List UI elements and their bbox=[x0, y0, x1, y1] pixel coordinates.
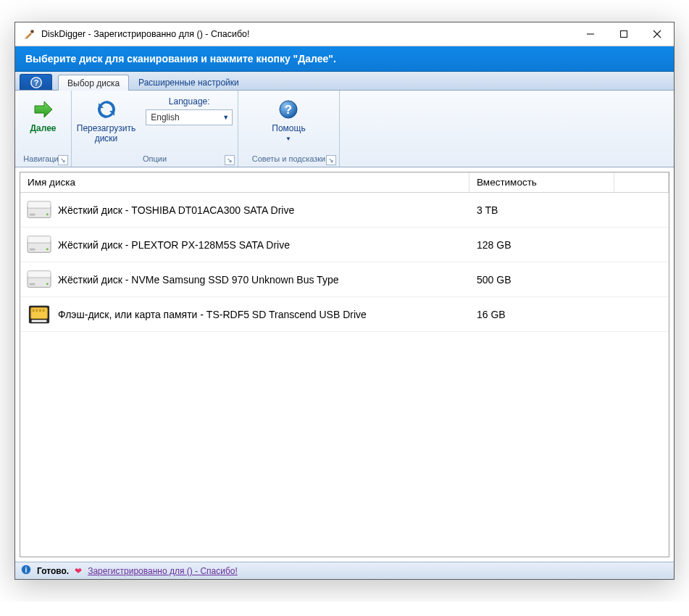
help-button-label: Помощь bbox=[272, 124, 305, 134]
app-icon bbox=[22, 28, 36, 41]
disk-name: Флэш-диск, или карта памяти - TS-RDF5 SD… bbox=[58, 309, 469, 320]
chevron-down-icon: ▼ bbox=[285, 136, 292, 142]
language-select[interactable]: English ▼ bbox=[146, 109, 233, 125]
titlebar: DiskDigger - Зарегистрированно для () - … bbox=[15, 22, 674, 46]
table-row[interactable]: Жёсткий диск - TOSHIBA DT01ACA300 SATA D… bbox=[20, 193, 669, 228]
language-label: Language: bbox=[146, 96, 233, 107]
chevron-down-icon: ▼ bbox=[222, 114, 229, 121]
ribbon-group-label: Опции bbox=[76, 152, 233, 165]
svg-text:i: i bbox=[25, 566, 28, 574]
tab-label: Выбор диска bbox=[67, 78, 120, 88]
next-button[interactable]: Далее bbox=[27, 95, 59, 136]
disk-capacity: 16 GB bbox=[469, 309, 614, 320]
arrow-right-icon bbox=[30, 96, 56, 122]
disk-grid: Имя диска Вместимость Жёсткий диск - TOS… bbox=[20, 172, 669, 557]
ribbon-group-label: Советы и подсказки bbox=[243, 152, 335, 165]
flash-drive-icon bbox=[20, 303, 58, 326]
table-row[interactable]: Жёсткий диск - NVMe Samsung SSD 970 Unkn… bbox=[20, 262, 669, 297]
file-tab[interactable]: ? bbox=[20, 74, 52, 90]
dialog-launcher-icon[interactable]: ↘ bbox=[58, 155, 68, 165]
disk-name: Жёсткий диск - TOSHIBA DT01ACA300 SATA D… bbox=[58, 204, 469, 216]
reload-disks-button[interactable]: Перезагрузить диски bbox=[74, 95, 138, 146]
language-value: English bbox=[151, 112, 179, 122]
column-header-capacity[interactable]: Вместимость bbox=[469, 172, 614, 192]
maximize-button[interactable] bbox=[607, 22, 640, 46]
disk-name: Жёсткий диск - NVMe Samsung SSD 970 Unkn… bbox=[58, 274, 469, 286]
help-button[interactable]: ? Помощь ▼ bbox=[269, 95, 308, 143]
statusbar: i Готово. ❤ Зарегистрированно для () - С… bbox=[15, 562, 674, 579]
hard-drive-icon bbox=[20, 199, 58, 222]
window-controls bbox=[574, 22, 674, 46]
next-button-label: Далее bbox=[30, 124, 56, 134]
instruction-bar: Выберите диск для сканирования и нажмите… bbox=[15, 46, 674, 72]
window-title: DiskDigger - Зарегистрированно для () - … bbox=[41, 29, 574, 39]
disk-capacity: 128 GB bbox=[469, 239, 614, 251]
ribbon-tabstrip: ? Выбор диска Расширенные настройки bbox=[15, 72, 674, 91]
column-header-spare bbox=[614, 172, 669, 192]
table-row[interactable]: Флэш-диск, или карта памяти - TS-RDF5 SD… bbox=[20, 297, 669, 332]
refresh-icon bbox=[93, 96, 120, 122]
svg-text:?: ? bbox=[33, 78, 38, 87]
column-header-name[interactable]: Имя диска bbox=[20, 172, 469, 192]
disk-capacity: 500 GB bbox=[469, 274, 614, 286]
info-icon: i bbox=[21, 565, 31, 577]
grid-header: Имя диска Вместимость bbox=[20, 172, 669, 193]
disk-capacity: 3 TB bbox=[469, 204, 614, 216]
content-area: Имя диска Вместимость Жёсткий диск - TOS… bbox=[15, 167, 674, 562]
svg-point-0 bbox=[30, 30, 33, 33]
tab-select-disk[interactable]: Выбор диска bbox=[58, 75, 129, 91]
grid-rows: Жёсткий диск - TOSHIBA DT01ACA300 SATA D… bbox=[20, 193, 669, 557]
status-ready: Готово. bbox=[37, 566, 69, 576]
svg-text:?: ? bbox=[285, 103, 292, 117]
tab-advanced-settings[interactable]: Расширенные настройки bbox=[129, 74, 249, 90]
minimize-button[interactable] bbox=[574, 22, 607, 46]
ribbon-group-tips: ? Помощь ▼ Советы и подсказки ↘ bbox=[238, 91, 340, 167]
tab-label: Расширенные настройки bbox=[138, 78, 239, 88]
ribbon-group-options: Перезагрузить диски Language: English ▼ … bbox=[72, 91, 238, 167]
app-window: DiskDigger - Зарегистрированно для () - … bbox=[14, 22, 675, 580]
ribbon-group-navigation: Далее Навигация ↘ bbox=[15, 91, 72, 167]
registration-link[interactable]: Зарегистрированно для () - Спасибо! bbox=[88, 566, 238, 576]
dialog-launcher-icon[interactable]: ↘ bbox=[225, 155, 235, 165]
hard-drive-icon bbox=[20, 268, 58, 291]
disk-name: Жёсткий диск - PLEXTOR PX-128M5S SATA Dr… bbox=[58, 239, 469, 251]
heart-icon: ❤ bbox=[75, 566, 82, 576]
close-button[interactable] bbox=[640, 22, 674, 46]
dialog-launcher-icon[interactable]: ↘ bbox=[326, 155, 336, 165]
hard-drive-icon bbox=[20, 233, 58, 257]
svg-rect-2 bbox=[621, 31, 627, 38]
table-row[interactable]: Жёсткий диск - PLEXTOR PX-128M5S SATA Dr… bbox=[20, 228, 669, 262]
reload-disks-label: Перезагрузить диски bbox=[77, 124, 135, 144]
ribbon: Далее Навигация ↘ bbox=[15, 91, 674, 167]
help-icon: ? bbox=[275, 96, 301, 122]
